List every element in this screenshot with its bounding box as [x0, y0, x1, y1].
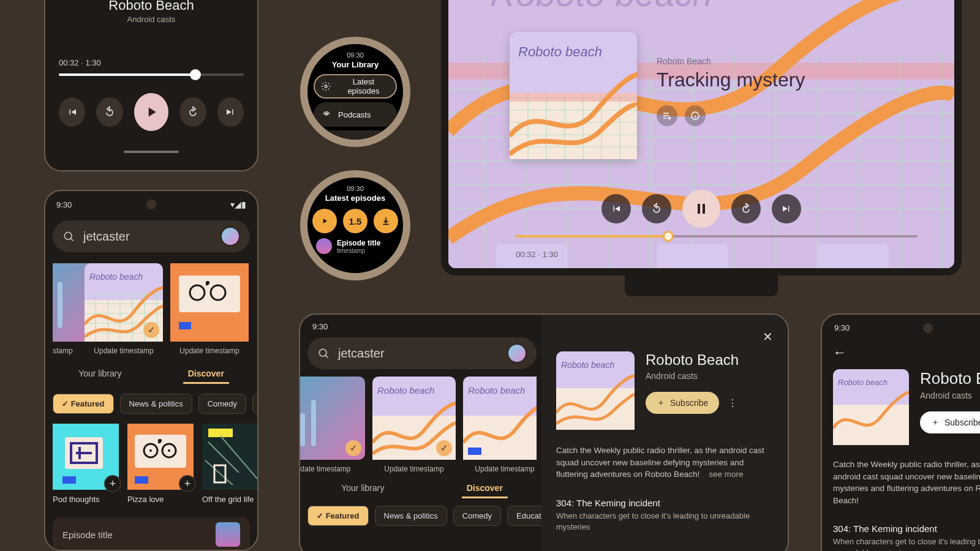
tab-discover[interactable]: Discover — [183, 365, 229, 384]
grid-card[interactable] — [202, 424, 257, 490]
gesture-handle[interactable] — [124, 151, 179, 153]
search-bar[interactable]: jetcaster — [53, 220, 250, 252]
chip-comedy[interactable]: Comedy — [198, 394, 246, 414]
chip-featured[interactable]: Featured — [307, 506, 369, 526]
watch-time: 09:30 — [307, 51, 403, 59]
pause-icon[interactable] — [682, 190, 720, 228]
replay-10-icon[interactable] — [642, 194, 671, 223]
svg-point-1 — [326, 114, 328, 116]
subscribe-button[interactable]: ＋Subscribe — [646, 392, 719, 414]
download-icon[interactable] — [374, 209, 398, 233]
check-icon: ✓ — [436, 440, 452, 456]
plus-icon: ＋ — [931, 417, 940, 428]
show-description: Catch the Weekly public radio thriller, … — [556, 444, 773, 481]
episode-item[interactable]: 304: The Keming incident When characters… — [556, 498, 773, 533]
tab-discover[interactable]: Discover — [462, 479, 508, 498]
tablet-stand — [625, 276, 778, 296]
episode-desc: When characters get to close it's leadin… — [556, 511, 773, 533]
time-label: 00:32 · 1:30 — [516, 250, 558, 259]
speed-button[interactable]: 1.5 — [343, 209, 368, 233]
chip-news[interactable]: News & politics — [375, 506, 447, 526]
show-cover: Roboto beach — [556, 351, 635, 430]
phone-show-detail-mockup: 9:30 ← Roboto beach Roboto B Android cas… — [821, 313, 980, 551]
search-text: jetcaster — [338, 347, 499, 361]
podcast-card[interactable]: Roboto beach — [463, 377, 537, 460]
svg-point-17 — [149, 449, 152, 452]
show-cover: Roboto beach — [833, 369, 909, 445]
tablet-player-mockup: Roboto beach Roboto beach Roboto Beach T… — [441, 0, 962, 276]
see-more-link[interactable]: see more — [709, 470, 743, 479]
watch-chip-queue[interactable]: Queue — [314, 130, 397, 147]
chip-education[interactable]: E — [252, 394, 257, 414]
time-label: 00:32 · 1:30 — [59, 58, 244, 67]
svg-rect-8 — [179, 322, 191, 329]
svg-rect-33 — [703, 204, 705, 214]
subscribe-button[interactable]: ＋Subscribe — [920, 411, 980, 433]
status-time: 9:30 — [834, 323, 850, 332]
episode-avatar — [316, 238, 332, 254]
tab-library[interactable]: Your library — [336, 479, 389, 498]
card-caption: pdate timestamp — [299, 465, 365, 473]
watch-chip-podcasts[interactable]: Podcasts — [314, 102, 397, 127]
svg-point-34 — [319, 349, 326, 356]
skip-next-icon[interactable] — [217, 97, 244, 127]
grid-caption: Off the grid life — [202, 495, 257, 504]
grid-card[interactable]: + — [127, 424, 194, 490]
episode-title: Episode title — [337, 239, 380, 247]
watch-episode-mockup: 09:30 Latest episodes 1.5 Episode title … — [300, 170, 410, 280]
tab-library[interactable]: Your library — [74, 365, 126, 384]
add-icon[interactable]: + — [104, 475, 121, 492]
episode-title: 304: The Keming incident — [833, 523, 980, 534]
svg-point-18 — [168, 449, 170, 452]
profile-avatar[interactable] — [221, 227, 240, 246]
status-icons: ▾◢▮ — [230, 200, 246, 209]
profile-avatar[interactable] — [507, 343, 527, 363]
watch-library-mockup: 09:30 Your Library Latest episodes Podca… — [300, 37, 410, 147]
play-icon[interactable] — [312, 209, 337, 233]
skip-previous-icon[interactable] — [601, 194, 631, 223]
progress-slider[interactable] — [516, 235, 918, 238]
podcast-card[interactable] — [170, 263, 249, 342]
grid-card[interactable]: + — [53, 424, 119, 490]
phone-discover-mockup: 9:30 ▾◢▮ jetcaster ✓ e timestamp Roboto … — [44, 190, 258, 551]
episode-item[interactable]: 304: The Keming incident When characters… — [833, 523, 980, 551]
now-playing-bar[interactable]: Episode title — [53, 517, 250, 551]
watch-chip-latest[interactable]: Latest episodes — [314, 74, 397, 99]
watch-title: Latest episodes — [307, 193, 403, 203]
progress-slider[interactable] — [59, 73, 244, 76]
podcast-card[interactable]: Roboto beach ✓ — [85, 263, 163, 342]
show-description: Catch the Weekly public radio thriller, … — [833, 459, 980, 506]
chip-featured[interactable]: Featured — [53, 394, 114, 414]
skip-previous-icon[interactable] — [59, 97, 85, 127]
chip-comedy[interactable]: Comedy — [453, 506, 501, 526]
duration: 1:30 — [85, 58, 100, 67]
add-icon[interactable]: + — [179, 475, 196, 492]
tab-bar: Your library Discover — [45, 365, 257, 384]
camera-notch — [923, 323, 933, 333]
skip-next-icon[interactable] — [772, 194, 801, 223]
player-show: Roboto Beach — [657, 56, 805, 66]
replay-10-icon[interactable] — [96, 97, 123, 127]
chip-news[interactable]: News & politics — [120, 394, 192, 414]
watch-time: 09:30 — [307, 185, 403, 192]
chip-label: Queue — [321, 138, 345, 148]
watch-episode-item[interactable]: Episode title timestamp — [307, 233, 403, 259]
back-icon[interactable]: ← — [833, 345, 980, 361]
gear-icon — [321, 81, 331, 92]
more-icon[interactable]: ⋮ — [728, 397, 737, 409]
forward-10-icon[interactable] — [731, 194, 761, 223]
podcast-card[interactable]: Roboto beach ✓ — [372, 377, 456, 460]
podcast-card[interactable]: ✓ — [299, 377, 365, 460]
card-caption: Update timestamp — [170, 347, 249, 355]
forward-10-icon[interactable] — [179, 97, 206, 127]
episode-desc: When characters get to close it's leadin… — [833, 536, 980, 551]
chip-education[interactable]: Educatio — [507, 506, 544, 526]
svg-point-2 — [64, 232, 72, 239]
play-icon[interactable] — [134, 93, 168, 131]
search-icon — [62, 230, 75, 242]
svg-rect-28 — [817, 244, 889, 274]
chip-label: Podcasts — [338, 110, 371, 119]
info-icon[interactable] — [685, 105, 706, 126]
close-icon[interactable]: ✕ — [763, 329, 773, 344]
playlist-add-icon[interactable] — [657, 105, 677, 126]
